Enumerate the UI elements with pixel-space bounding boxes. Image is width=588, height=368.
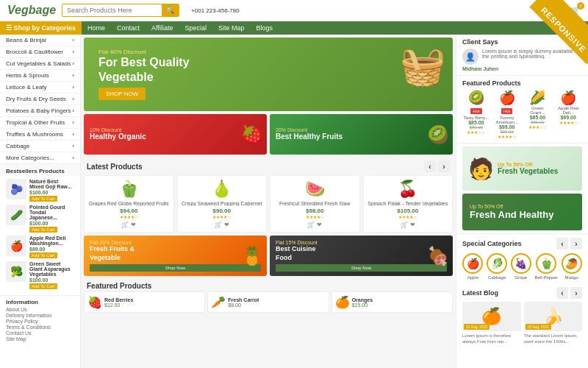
blog-post: 🍊 12 Aug, 2021 Lorem ipsum is therefore … (462, 302, 521, 345)
product-wishlist-btn[interactable]: ❤ (131, 222, 136, 228)
bottom-banner-btn[interactable]: Shop Now (90, 264, 261, 272)
blog-next-btn[interactable]: › (570, 287, 582, 299)
product-cart-btn[interactable]: 🛒 (121, 222, 129, 228)
blog-date: 18 Aug, 2021 (526, 324, 551, 330)
nav-link[interactable]: Contact (111, 21, 146, 35)
fresh-healthy-discount: Up To 50% Off (470, 204, 575, 209)
sidebar-category-item[interactable]: Potatoes & Baby Fingers› (0, 105, 80, 117)
bottom-banner-btn[interactable]: Shop Now (276, 264, 447, 272)
products-next-btn[interactable]: › (438, 160, 450, 172)
sidebar-category-item[interactable]: Cut Vegetables & Salads› (0, 58, 80, 70)
fr-product-rating: ★★★☆☆ (462, 130, 490, 135)
product-wishlist-btn[interactable]: ❤ (317, 222, 322, 228)
product-price: $98.00 (274, 208, 356, 214)
client-avatar: 👤 (462, 49, 478, 65)
featured-info: Oranges $15.00 (352, 297, 373, 308)
category-menu-btn[interactable]: ☰ Shop by Categories (0, 21, 82, 35)
search-button[interactable]: 🔍 (162, 4, 179, 16)
latest-products-header: Latest Products ‹ › (81, 158, 456, 175)
special-category-item[interactable]: 🥭 Mango (562, 253, 582, 280)
product-price: $94.00 (88, 208, 170, 214)
info-link[interactable]: About Us (6, 307, 74, 312)
wishlist-icon[interactable]: ❤ (555, 5, 563, 16)
bestseller-item: 🍎 Apple Red Deli Washington... $89.00 Ad… (6, 236, 74, 258)
fr-product-rating: ★★★★☆ (554, 120, 582, 125)
blog-title: Latest Blog (462, 289, 498, 297)
fr-product-image: 🥝 (462, 90, 490, 106)
fr-product-price: $85.00 (462, 120, 490, 125)
banner-discount: 10% Discount (90, 127, 261, 132)
nav-link[interactable]: Affiliate (146, 21, 179, 35)
product-price: $105.00 (368, 208, 449, 214)
sidebar-category-item[interactable]: Cabbage› (0, 141, 80, 152)
cats-next-btn[interactable]: › (570, 238, 582, 250)
fresh-healthy-title: Fresh And Healthy (470, 209, 575, 220)
banner-discount: 20% Discount (276, 127, 447, 132)
special-category-item[interactable]: 🫑 Bell-Pepper (535, 253, 558, 280)
info-link[interactable]: Terms & Conditions (6, 325, 74, 330)
phone-number: +001 223-456-780 (191, 7, 240, 14)
blog-image: 🍌 18 Aug, 2021 (524, 302, 583, 331)
special-category-item[interactable]: 🥬 Cabbage (487, 253, 507, 280)
info-link[interactable]: Contact Us (6, 330, 74, 336)
bestseller-name: Green Sweet Giant Asparagus Vegetables (29, 261, 74, 277)
info-title: Information (6, 299, 74, 305)
fr-product-name: Apple Red Deli... (554, 106, 582, 115)
bottom-banner-title: Best CuisineFood (276, 245, 447, 262)
sc-circle: 🫑 (536, 253, 556, 274)
special-category-item[interactable]: 🍎 Apple (462, 253, 483, 280)
add-to-cart-btn[interactable]: Add To Cart (29, 283, 57, 289)
sidebar-category-item[interactable]: Dry Fruits & Dry Seeds› (0, 93, 80, 105)
add-to-cart-btn[interactable]: Add To Cart (29, 252, 57, 258)
nav-link[interactable]: Home (82, 21, 111, 35)
bestseller-item: 🫐 Nature Best Mixed Goji Raw... $100.00 … (6, 179, 74, 202)
cats-prev-btn[interactable]: ‹ (556, 238, 568, 250)
info-link[interactable]: Privacy Policy (6, 319, 74, 324)
sidebar-category-item[interactable]: More Categories...› (0, 152, 80, 164)
account-icon[interactable]: 👤 (537, 5, 549, 16)
sidebar-category-item[interactable]: Broccoli & Cauliflower› (0, 46, 80, 58)
hero-shop-btn[interactable]: SHOP NOW (98, 88, 146, 100)
sidebar-category-item[interactable]: Lettuce & Leafy› (0, 82, 80, 93)
info-link[interactable]: Site Map (6, 336, 74, 342)
bestseller-info: Apple Red Deli Washington... $89.00 Add … (29, 236, 74, 258)
product-wishlist-btn[interactable]: ❤ (410, 222, 415, 228)
add-to-cart-btn[interactable]: Add To Cart (29, 196, 57, 202)
fr-product-image: 🍎 (493, 90, 521, 106)
bestseller-name: Pointed Gourd Tondal Japanese... (29, 205, 74, 220)
product-wishlist-btn[interactable]: ❤ (224, 222, 229, 228)
nav-link[interactable]: Blogs (251, 21, 279, 35)
bottom-banner-image: 🍖 (427, 246, 449, 266)
products-prev-btn[interactable]: ‹ (424, 160, 436, 172)
info-link[interactable]: Delivery Information (6, 313, 74, 318)
product-card: 🍐 Crispy Seaweed Popping Cabernet $90.00… (177, 175, 268, 233)
product-cart-btn[interactable]: 🛒 (307, 222, 315, 228)
bestseller-image: 🥦 (6, 261, 26, 282)
navigation: ☰ Shop by Categories HomeContactAffiliat… (0, 21, 588, 35)
sidebar-category-item[interactable]: Herbs & Sprouts› (0, 70, 80, 82)
blog-prev-btn[interactable]: ‹ (556, 287, 568, 299)
featured-price: $8.00 (228, 302, 259, 308)
featured-image: 🍓 (87, 295, 102, 309)
latest-blog: Latest Blog ‹ › 🍊 12 Aug, 2021 Lorem ips… (456, 283, 588, 349)
product-cart-btn[interactable]: 🛒 (215, 222, 222, 228)
nav-link[interactable]: Site Map (212, 21, 251, 35)
bottom-banner: Flat 20% Discount Fresh Fruits &Vegetabl… (84, 236, 267, 276)
product-card: 🍒 Spinach Palak - Tender Vegetables $105… (363, 175, 453, 233)
special-category-item[interactable]: 🍇 Grape (511, 253, 531, 280)
product-cart-btn[interactable]: 🛒 (401, 222, 408, 228)
sidebar-category-item[interactable]: Beans & Brinjal› (0, 35, 80, 46)
add-to-cart-btn[interactable]: Add To Cart (29, 227, 57, 233)
search-input[interactable] (62, 4, 162, 16)
bottom-banner: Flat 15% Discount Best CuisineFood Shop … (270, 236, 453, 276)
bestseller-info: Nature Best Mixed Goji Raw... $100.00 Ad… (29, 179, 74, 202)
featured-image: 🥕 (211, 295, 226, 309)
sidebar-category-item[interactable]: Tropical & Other Fruits› (0, 117, 80, 129)
banner-title: Best Healthy Fruits (276, 132, 447, 141)
featured-right-product: 🥝 Hot Tasty Berry... $85.00 $80.00 ★★★☆☆ (462, 90, 490, 139)
bestseller-item: 🥒 Pointed Gourd Tondal Japanese... $100.… (6, 205, 74, 233)
product-name: Crispy Seaweed Popping Cabernet (182, 201, 263, 206)
nav-link[interactable]: Special (179, 21, 212, 35)
sidebar-category-item[interactable]: Truffles & Mushrooms› (0, 129, 80, 141)
cart-icon[interactable]: 🛒 2 (569, 5, 581, 16)
